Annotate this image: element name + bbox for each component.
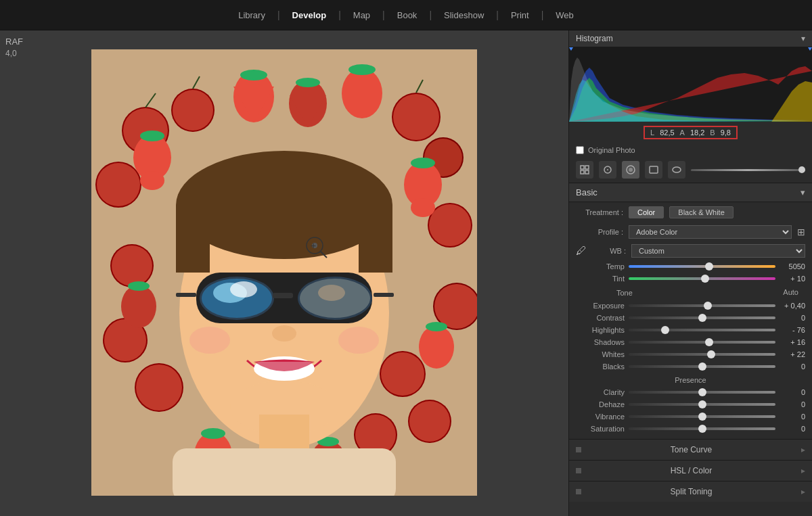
nav-slideshow[interactable]: Slideshow xyxy=(432,0,496,30)
svg-rect-85 xyxy=(581,166,584,169)
tool-icons-row xyxy=(569,157,812,183)
tint-slider-row: Tint + 10 xyxy=(569,273,812,285)
svg-point-74 xyxy=(338,327,379,354)
highlights-slider-track[interactable] xyxy=(629,329,775,331)
shadows-slider-track[interactable] xyxy=(629,341,775,344)
tone-curve-panel-item[interactable]: Tone Curve ▸ xyxy=(569,439,812,460)
nav-library[interactable]: Library xyxy=(226,0,277,30)
temp-slider-thumb[interactable] xyxy=(705,262,713,271)
l-label: L xyxy=(650,128,654,137)
highlights-value: - 76 xyxy=(780,326,805,334)
svg-rect-68 xyxy=(273,293,293,298)
saturation-label: Saturation xyxy=(576,425,625,433)
basic-collapse-icon: ▾ xyxy=(800,187,805,197)
clarity-slider-track[interactable] xyxy=(629,391,775,394)
lab-box: L 82,5 A 18,2 B 9,8 xyxy=(644,126,738,139)
basic-section-title: Basic xyxy=(576,187,597,197)
nav-develop[interactable]: Develop xyxy=(280,0,339,30)
contrast-label: Contrast xyxy=(576,314,625,322)
vibrance-value: 0 xyxy=(780,413,805,421)
adjustment-brush-tool[interactable] xyxy=(691,161,805,179)
svg-point-67 xyxy=(318,285,345,301)
contrast-slider-thumb[interactable] xyxy=(698,314,706,322)
profile-select[interactable]: Adobe Color Adobe Standard Adobe Landsca… xyxy=(629,225,792,239)
svg-point-23 xyxy=(381,352,424,396)
hsl-color-panel-item[interactable]: HSL / Color ▸ xyxy=(569,460,812,481)
spot-removal-tool[interactable] xyxy=(599,161,616,179)
main-area: RAF 4,0 xyxy=(0,30,812,516)
photo-filename: RAF xyxy=(5,36,23,48)
temp-slider-track[interactable] xyxy=(629,265,775,268)
shadows-slider-thumb[interactable] xyxy=(705,338,713,346)
original-photo-checkbox[interactable] xyxy=(576,146,584,154)
svg-point-49 xyxy=(201,428,225,439)
tint-slider-track[interactable] xyxy=(629,277,775,280)
a-value: 18,2 xyxy=(690,128,704,137)
svg-rect-88 xyxy=(585,170,589,174)
bw-button[interactable]: Black & White xyxy=(669,206,733,218)
blacks-slider-thumb[interactable] xyxy=(698,362,706,371)
svg-point-13 xyxy=(429,204,471,246)
temp-value: 5050 xyxy=(780,262,805,271)
tone-curve-title: Tone Curve xyxy=(581,445,801,454)
nav-map[interactable]: Map xyxy=(341,0,382,30)
whites-slider-row: Whites + 22 xyxy=(569,348,812,360)
contrast-slider-track[interactable] xyxy=(629,316,775,319)
crop-tool[interactable] xyxy=(576,161,593,179)
svg-rect-70 xyxy=(374,293,394,297)
profile-grid-icon[interactable]: ⊞ xyxy=(797,227,805,237)
svg-point-25 xyxy=(409,401,450,442)
split-toning-panel-item[interactable]: Split Toning ▸ xyxy=(569,481,812,502)
wb-select[interactable]: Custom As Shot Auto Daylight Cloudy Shad… xyxy=(631,244,805,258)
highlights-slider-row: Highlights - 76 xyxy=(569,324,812,336)
svg-point-94 xyxy=(673,167,681,172)
profile-row: Profile : Adobe Color Adobe Standard Ado… xyxy=(569,222,812,241)
highlights-slider-thumb[interactable] xyxy=(661,326,669,334)
nav-book[interactable]: Book xyxy=(385,0,430,30)
svg-point-15 xyxy=(112,245,152,286)
graduated-filter-tool[interactable] xyxy=(645,161,662,179)
histogram-graph xyxy=(569,47,812,122)
redeye-tool[interactable] xyxy=(622,161,639,179)
color-button[interactable]: Color xyxy=(629,206,664,218)
saturation-value: 0 xyxy=(780,425,805,433)
exposure-slider-track[interactable] xyxy=(629,304,775,307)
vibrance-slider-thumb[interactable] xyxy=(698,413,706,421)
whites-slider-thumb[interactable] xyxy=(707,350,715,358)
dehaze-slider-track[interactable] xyxy=(629,403,775,406)
nav-print[interactable]: Print xyxy=(499,0,541,30)
panel-square-icon-2 xyxy=(576,468,581,473)
svg-point-5 xyxy=(173,90,213,131)
basic-section-header[interactable]: Basic ▾ xyxy=(569,183,812,202)
tint-slider-thumb[interactable] xyxy=(701,275,709,283)
clarity-slider-thumb[interactable] xyxy=(698,388,706,396)
svg-point-71 xyxy=(272,325,296,342)
exposure-value: + 0,40 xyxy=(780,302,805,310)
photo-container: + xyxy=(91,49,477,498)
blacks-slider-row: Blacks 0 xyxy=(569,360,812,373)
blacks-label: Blacks xyxy=(576,362,625,371)
wb-label: WB : xyxy=(592,247,626,255)
radial-filter-tool[interactable] xyxy=(668,161,685,179)
shadows-label: Shadows xyxy=(576,338,625,346)
l-value: 82,5 xyxy=(660,128,674,137)
dehaze-slider-thumb[interactable] xyxy=(698,400,706,408)
vibrance-slider-track[interactable] xyxy=(629,415,775,418)
nav-web[interactable]: Web xyxy=(543,0,586,30)
svg-point-47 xyxy=(426,322,447,331)
histogram-collapse-icon[interactable]: ▾ xyxy=(801,34,805,43)
right-panel: Histogram ▾ xyxy=(568,30,812,516)
eyedropper-icon[interactable]: 🖊 xyxy=(576,245,587,257)
exposure-slider-thumb[interactable] xyxy=(704,302,712,310)
svg-point-90 xyxy=(607,169,608,170)
temp-slider-row: Temp 5050 xyxy=(569,260,812,273)
svg-rect-93 xyxy=(650,166,658,173)
saturation-slider-thumb[interactable] xyxy=(698,425,706,433)
blacks-slider-track[interactable] xyxy=(629,365,775,368)
auto-button[interactable]: Auto xyxy=(783,288,805,296)
svg-point-17 xyxy=(434,284,477,329)
original-photo-label: Original Photo xyxy=(588,146,635,154)
whites-slider-track[interactable] xyxy=(629,353,775,356)
saturation-slider-track[interactable] xyxy=(629,427,775,430)
tint-label: Tint xyxy=(576,275,625,283)
